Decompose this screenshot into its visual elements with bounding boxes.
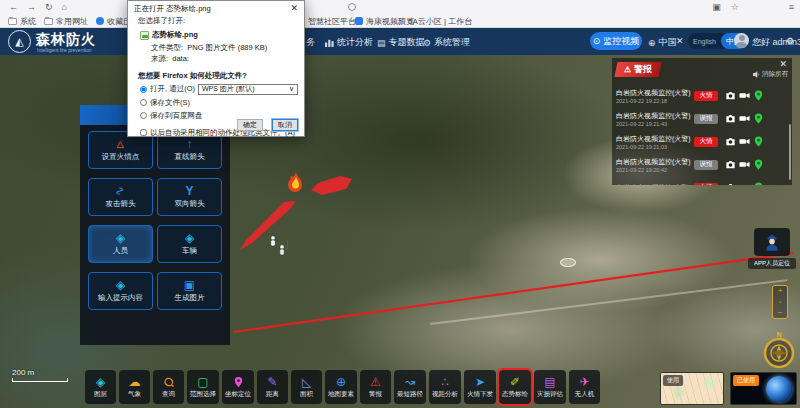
bookmark-folder-sys[interactable]: 系统 bbox=[8, 16, 36, 27]
zoom-out-icon[interactable]: − bbox=[778, 309, 783, 317]
tool-personnel[interactable]: ◈人员 bbox=[88, 225, 153, 263]
tool-two-way-arrow[interactable]: Y双向箭头 bbox=[157, 178, 222, 216]
location-pin-icon[interactable] bbox=[753, 113, 764, 124]
fullscreen-icon[interactable]: ✕ bbox=[676, 36, 684, 46]
folder-icon bbox=[44, 18, 53, 25]
dialog-filename: 态势标绘.png bbox=[152, 30, 198, 40]
region-selector[interactable]: ⊕中国 bbox=[648, 36, 677, 49]
save-baidu-radio[interactable] bbox=[140, 112, 147, 119]
alert-row[interactable]: 白岩防火视频监控(火警) 火情 bbox=[612, 176, 792, 185]
menu-item-thematic-data[interactable]: ▤专题数据 bbox=[377, 36, 425, 49]
route-icon: ↝ bbox=[405, 376, 415, 388]
cancel-button[interactable]: 取消 bbox=[272, 119, 298, 131]
scale-bar: 200 m bbox=[12, 368, 68, 382]
camcorder-icon[interactable] bbox=[739, 90, 750, 101]
bookmark-star-icon[interactable]: ☆ bbox=[731, 2, 739, 12]
close-icon[interactable]: ✕ bbox=[779, 59, 787, 69]
police-officer-icon bbox=[764, 233, 780, 251]
camera-icon[interactable] bbox=[725, 159, 736, 170]
menu-item-partial[interactable]: 务 bbox=[306, 36, 315, 49]
save-file-radio[interactable] bbox=[140, 99, 147, 106]
camcorder-icon[interactable] bbox=[739, 182, 750, 185]
toolbar-fire-dispatch[interactable]: ➤火情下发 bbox=[464, 370, 496, 404]
tool-attack-arrow[interactable]: ∿攻击箭头 bbox=[88, 178, 153, 216]
open-with-radio[interactable] bbox=[140, 86, 147, 93]
bookmark-5a-cloud[interactable]: ☁5A云小区 | 工作台 bbox=[396, 16, 472, 27]
monitor-video-button[interactable]: ⊙监控视频 bbox=[590, 32, 642, 50]
open-with-label: 打开, 通过(O) bbox=[150, 84, 195, 94]
screenshot-icon[interactable]: ▣ bbox=[712, 2, 721, 12]
play-circle-icon: ⊙ bbox=[593, 36, 601, 46]
lang-english[interactable]: English bbox=[688, 38, 716, 45]
basemap-2d-thumbnail[interactable]: 使用 bbox=[660, 372, 724, 405]
home-icon[interactable]: ⌂ bbox=[62, 3, 67, 12]
fire-tag-button[interactable]: 火情 bbox=[694, 91, 718, 101]
alert-row[interactable]: 白岩防火视频监控(火警)2021-09-22 19:21:03 火情 bbox=[612, 130, 792, 153]
toolbar-search[interactable]: Ϙ查询 bbox=[153, 370, 184, 404]
toolbar-area[interactable]: ◺面积 bbox=[291, 370, 322, 404]
camcorder-icon[interactable] bbox=[739, 136, 750, 147]
language-toggle[interactable]: English 中文 bbox=[688, 33, 730, 49]
fire-tag-button[interactable]: 火情 bbox=[694, 183, 718, 186]
camera-icon[interactable] bbox=[725, 182, 736, 185]
site-icon bbox=[96, 17, 104, 25]
toolbar-distance[interactable]: ✎距离 bbox=[257, 370, 288, 404]
layers-icon: ◈ bbox=[116, 279, 125, 291]
toolbar-damage-assess[interactable]: ▤灾损评估 bbox=[534, 370, 566, 404]
clear-all-button[interactable]: 消除所有 bbox=[753, 70, 788, 79]
map-zoom-control[interactable]: + ▫ − bbox=[772, 285, 788, 319]
toolbar-map-elements[interactable]: ⊕地图要素 bbox=[325, 370, 357, 404]
menu-item-stats[interactable]: 统计分析 bbox=[325, 36, 373, 49]
toolbar-sight-analysis[interactable]: ∴视距分析 bbox=[429, 370, 461, 404]
ok-button[interactable]: 确定 bbox=[237, 119, 263, 131]
zoom-reset-icon[interactable]: ▫ bbox=[779, 299, 781, 305]
toolbar-layers[interactable]: ◈图层 bbox=[85, 370, 116, 404]
tool-input-hint[interactable]: ◈输入提示内容 bbox=[88, 272, 153, 310]
camcorder-icon[interactable] bbox=[739, 159, 750, 170]
camera-icon[interactable] bbox=[725, 90, 736, 101]
camera-icon[interactable] bbox=[725, 136, 736, 147]
tool-vehicle[interactable]: ◈车辆 bbox=[157, 225, 222, 263]
flame-icon: 🜂 bbox=[115, 138, 127, 150]
alert-row[interactable]: 白岩防火视频监控(火警)2021-09-22 19:21:43 误报 bbox=[612, 107, 792, 130]
toolbar-weather[interactable]: ☁气象 bbox=[119, 370, 150, 404]
zoom-in-icon[interactable]: + bbox=[778, 287, 783, 295]
location-pin-icon[interactable] bbox=[753, 182, 764, 185]
bar-chart-icon bbox=[325, 38, 334, 47]
source-value: data: bbox=[172, 54, 189, 63]
toolbar-shortest-path[interactable]: ↝最短路径 bbox=[394, 370, 426, 404]
open-with-select[interactable]: WPS 图片 (默认)∨ bbox=[198, 84, 298, 95]
alert-row[interactable]: 白岩防火视频监控(火警)2021-09-22 19:22:18 火情 bbox=[612, 84, 792, 107]
alert-scrollbar[interactable] bbox=[789, 124, 792, 180]
app-personnel-locate-button[interactable]: APP人员定位 bbox=[748, 228, 796, 269]
dialog-question: 您想要 Firefox 如何处理此文件? bbox=[138, 71, 298, 81]
location-pin-icon[interactable] bbox=[753, 159, 764, 170]
camcorder-icon[interactable] bbox=[739, 113, 750, 124]
tool-generate-image[interactable]: ▣生成图片 bbox=[157, 272, 222, 310]
toolbar-coordinate-locate[interactable]: 坐标定位 bbox=[222, 370, 254, 404]
false-alarm-tag-button[interactable]: 误报 bbox=[694, 160, 718, 170]
menu-hamburger-icon[interactable]: ≡ bbox=[789, 2, 794, 12]
toolbar-range-select[interactable]: ▢范围选择 bbox=[187, 370, 219, 404]
bookmark-community[interactable]: 智慧社区平台 bbox=[308, 16, 356, 27]
forward-icon[interactable]: → bbox=[27, 3, 36, 12]
reload-icon[interactable]: ↻ bbox=[45, 3, 53, 12]
location-pin-icon[interactable] bbox=[753, 90, 764, 101]
layers-icon: ◈ bbox=[185, 232, 194, 244]
camera-icon[interactable] bbox=[725, 113, 736, 124]
settings-gear-icon[interactable]: ⚙ bbox=[786, 36, 794, 46]
toolbar-alerts[interactable]: ⚠警报 bbox=[360, 370, 391, 404]
toolbar-drone[interactable]: ✈无人机 bbox=[569, 370, 600, 404]
bookmark-folder-common[interactable]: 常用网址 bbox=[44, 16, 88, 27]
false-alarm-tag-button[interactable]: 误报 bbox=[694, 114, 718, 124]
menu-item-system[interactable]: ⚙系统管理 bbox=[423, 36, 470, 49]
avatar[interactable] bbox=[734, 33, 749, 48]
alert-row[interactable]: 白岩防火视频监控(火警)2021-09-22 19:20:42 误报 bbox=[612, 153, 792, 176]
dialog-close-icon[interactable]: ✕ bbox=[290, 3, 298, 13]
back-icon[interactable]: ← bbox=[9, 3, 18, 12]
basemap-3d-thumbnail[interactable]: 已使用 bbox=[730, 372, 797, 405]
compass[interactable]: N bbox=[760, 330, 798, 370]
location-pin-icon[interactable] bbox=[753, 136, 764, 147]
toolbar-situation-plot[interactable]: ✐态势标绘 bbox=[499, 370, 531, 404]
fire-tag-button[interactable]: 火情 bbox=[694, 137, 718, 147]
